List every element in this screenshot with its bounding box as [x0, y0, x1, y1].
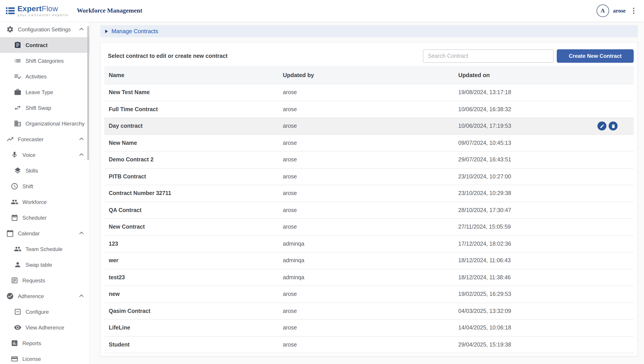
contract-name: QA Contract	[104, 207, 278, 213]
sidebar-item-view-adherence[interactable]: View Adherence	[0, 320, 90, 335]
sidebar-item-organizational-hierarchy[interactable]: Organizational Hierarchy	[0, 116, 90, 131]
table-row[interactable]: LifeLinearose14/04/2025, 10:06:18	[104, 320, 634, 336]
sidebar-item-label: Contract	[26, 42, 48, 48]
table-row[interactable]: PITB Contractarose23/10/2024, 10:27:00	[104, 168, 634, 185]
expand-triangle-icon	[105, 29, 108, 33]
table-row[interactable]: Qasim Contractarose04/03/2025, 13:32:09	[104, 303, 634, 320]
sidebar-item-shift[interactable]: Shift	[0, 178, 90, 194]
contract-updated-by: arose	[278, 173, 454, 180]
sidebar-item-calendar[interactable]: Calendar	[0, 226, 90, 241]
sidebar-item-leave-type[interactable]: Leave Type	[0, 84, 90, 100]
sidebar-item-configuration-settings[interactable]: Configuration Settings	[0, 22, 90, 37]
table-row[interactable]: Full Time Contractarose10/06/2024, 16:38…	[104, 101, 634, 118]
contracts-table: Name Updated by Updated on New Test Name…	[104, 66, 634, 353]
trash-icon	[611, 124, 616, 129]
edit-contract-button[interactable]	[598, 122, 606, 131]
sidebar-item-workforce[interactable]: Workforce	[0, 194, 90, 210]
brand-logo: ExpertFlow your callcenter experts	[0, 5, 69, 17]
contract-name: LifeLine	[104, 325, 278, 331]
sidebar-item-shift-swap[interactable]: Shift Swap	[0, 100, 90, 116]
contract-updated-by: arose	[278, 123, 454, 129]
people-icon	[11, 198, 18, 206]
sidebar-item-label: Shift Swap	[26, 105, 51, 111]
contract-updated-by: adminqa	[278, 241, 454, 247]
sidebar-item-label: Configure	[26, 309, 49, 315]
check-circle-icon	[6, 292, 14, 300]
sidebar-item-contract[interactable]: Contract	[0, 37, 90, 53]
app-window: ExpertFlow your callcenter experts Workf…	[0, 0, 644, 364]
more-menu-icon[interactable]	[630, 7, 638, 15]
table-row[interactable]: New Namearose09/07/2024, 10:45:13	[104, 135, 634, 151]
search-contract-input[interactable]	[423, 49, 554, 63]
chevron-up-icon	[78, 292, 85, 299]
contract-updated-by: arose	[278, 224, 454, 230]
row-actions	[598, 122, 618, 131]
contract-updated-on: 19/02/2025, 16:29:53	[454, 291, 634, 297]
contract-updated-by: arose	[278, 106, 454, 112]
table-row[interactable]: 123adminqa17/12/2024, 18:02:36	[104, 236, 634, 252]
bar-chart-icon	[11, 339, 18, 347]
table-row[interactable]: test23adminqa18/12/2024, 11:38:46	[104, 269, 634, 286]
activities-icon	[14, 73, 22, 80]
sidebar-item-team-schedule[interactable]: Team Schedule	[0, 241, 90, 257]
sidebar-item-label: Activities	[26, 73, 47, 80]
sidebar-item-reports[interactable]: Reports	[0, 335, 90, 351]
column-header-name: Name	[104, 72, 278, 78]
contract-updated-by: arose	[278, 140, 454, 146]
contract-updated-on: 29/04/2025, 15:19:38	[454, 341, 634, 348]
table-row[interactable]: Studentarose29/04/2025, 15:19:38	[104, 336, 634, 353]
main-content: Manage Contracts Select contract to edit…	[90, 22, 644, 364]
column-header-updated-by: Updated by	[278, 72, 454, 78]
contract-updated-on: 23/10/2024, 10:29:38	[454, 190, 634, 197]
contract-updated-by: adminqa	[278, 258, 454, 264]
contract-icon	[14, 41, 22, 49]
table-row[interactable]: New Contractarose27/11/2024, 15:05:59	[104, 219, 634, 236]
sidebar-item-label: License	[22, 356, 41, 362]
table-row[interactable]: Demo Contract 2arose29/07/2024, 16:43:51	[104, 151, 634, 168]
sidebar-item-scheduler[interactable]: Scheduler	[0, 210, 90, 226]
table-row[interactable]: New Test Namearose19/08/2024, 13:17:18	[104, 84, 634, 101]
manage-contracts-header[interactable]: Manage Contracts	[100, 25, 638, 37]
table-row[interactable]: newarose19/02/2025, 16:29:53	[104, 286, 634, 303]
sidebar-item-configure[interactable]: Configure	[0, 304, 90, 320]
contract-updated-by: arose	[278, 341, 454, 348]
sidebar-scrollbar[interactable]	[87, 26, 89, 160]
table-row[interactable]: Day contractarose10/06/2024, 17:19:53	[104, 118, 634, 135]
table-row[interactable]: Contract Number 32711arose23/10/2024, 10…	[104, 185, 634, 202]
create-new-contract-button[interactable]: Create New Contract	[557, 49, 634, 63]
username-label: arose	[613, 8, 626, 14]
contract-updated-on: 23/10/2024, 10:27:00	[454, 173, 634, 180]
sidebar-item-skills[interactable]: Skills	[0, 163, 90, 178]
contract-updated-by: arose	[278, 89, 454, 96]
swap-horizontal-icon	[14, 104, 22, 112]
sidebar-item-label: Swap table	[26, 262, 52, 268]
sidebar-item-activities[interactable]: Activities	[0, 69, 90, 84]
eye-icon	[14, 324, 22, 331]
sidebar-item-forecaster[interactable]: Forecaster	[0, 131, 90, 147]
contract-updated-on: 04/03/2025, 13:32:09	[454, 308, 634, 314]
chevron-up-icon	[78, 151, 85, 158]
sidebar-item-requests[interactable]: Requests	[0, 273, 90, 288]
table-row[interactable]: QA Contractarose28/10/2024, 17:30:47	[104, 202, 634, 219]
sidebar-item-voice[interactable]: Voice	[0, 147, 90, 163]
sidebar-item-license[interactable]: License	[0, 351, 90, 364]
calendar-icon	[11, 214, 18, 222]
table-row[interactable]: weradminqa18/12/2024, 11:06:43	[104, 252, 634, 269]
trending-up-icon	[6, 135, 14, 143]
sidebar-item-shift-categories[interactable]: Shift Categories	[0, 53, 90, 69]
person-icon	[14, 261, 22, 269]
contracts-table-body: New Test Namearose19/08/2024, 13:17:18Fu…	[104, 84, 634, 353]
contract-name: Contract Number 32711	[104, 190, 278, 197]
sidebar-item-label: Voice	[22, 152, 36, 158]
sidebar-item-adherence[interactable]: Adherence	[0, 288, 90, 304]
sidebar-item-label: Leave Type	[26, 89, 53, 95]
user-avatar[interactable]: A	[596, 5, 609, 17]
contract-name: test23	[104, 274, 278, 281]
contract-name: wer	[104, 258, 278, 264]
sidebar-item-swap-table[interactable]: Swap table	[0, 257, 90, 273]
card-toolbar: Select contract to edit or create new co…	[104, 47, 634, 65]
avatar-letter: A	[600, 7, 605, 14]
delete-contract-button[interactable]	[609, 122, 618, 131]
brand-name-bold: Expert	[18, 5, 42, 13]
contract-updated-on: 10/06/2024, 16:38:32	[454, 106, 634, 112]
